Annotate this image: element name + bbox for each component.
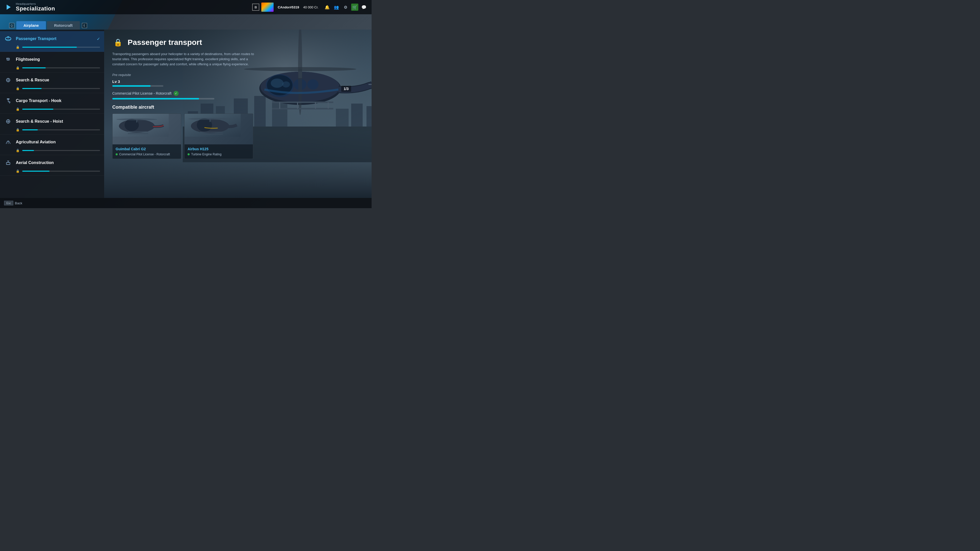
search-rescue-hoist-icon (4, 118, 12, 125)
progress-row-5: 🔒 (0, 148, 104, 155)
user-avatar (261, 3, 274, 12)
aircraft-card-1[interactable]: Airbus H125 Turbine Engine Rating (184, 114, 253, 159)
sidebar-item-search-rescue[interactable]: Search & Rescue 🔒 (0, 73, 104, 93)
passenger-transport-icon (4, 35, 12, 43)
prereq-cert-row: Commercial Pilot License - Rotorcraft ✓ (112, 91, 363, 96)
progress-fill-1 (22, 67, 46, 68)
nav-arrow (4, 3, 13, 12)
check-mark-0: ✓ (97, 37, 100, 41)
progress-fill-5 (22, 150, 34, 151)
cert-check-icon: ✓ (173, 91, 179, 96)
header-subtitle: Headquarters (16, 2, 55, 5)
sidebar-item-header-3: Cargo Transport - Hook (0, 93, 104, 106)
sidebar-item-flightseeing[interactable]: Flightseeing 🔒 (0, 52, 104, 73)
detail-title-row: 🔒 Passenger transport (112, 37, 363, 48)
tab-rotorcraft[interactable]: Rotorcraft (47, 21, 80, 30)
detail-title: Passenger transport (127, 38, 202, 47)
aircraft-info-0: Guimbal Cabri G2 Commercial Pilot Licens… (113, 144, 181, 159)
compatible-title: Compatible aircraft (112, 105, 363, 110)
aircraft-thumb-1 (185, 114, 253, 144)
esc-key: Esc (4, 201, 13, 205)
lock-icon-6: 🔒 (16, 169, 20, 173)
shop-icon[interactable]: 🛒 (351, 3, 358, 11)
detail-lock-icon: 🔒 (112, 37, 124, 48)
aircraft-name-0: Guimbal Cabri G2 (116, 147, 178, 151)
prereq-cert-label: Commercial Pilot License - Rotorcraft (112, 91, 172, 95)
aircraft-req-1: Turbine Engine Rating (188, 152, 250, 156)
sidebar-item-header-4: Search & Rescue - Hoist (0, 114, 104, 127)
compatible-section: Compatible aircraft (112, 105, 363, 159)
sidebar-label-0: Passenger Transport (16, 37, 56, 41)
prereq-level: Lv 3 (112, 79, 363, 84)
req-dot-0 (116, 153, 118, 156)
progress-row-4: 🔒 (0, 127, 104, 134)
settings-icon[interactable]: ⚙ (342, 3, 349, 11)
chat-icon[interactable]: 💬 (360, 3, 368, 11)
svg-point-14 (8, 121, 9, 122)
detail-content: 🔒 Passenger transport Transporting passe… (104, 30, 372, 198)
aircraft-info-1: Airbus H125 Turbine Engine Rating (185, 144, 253, 159)
aircraft-cards: Guimbal Cabri G2 Commercial Pilot Licens… (112, 114, 363, 159)
badge-b: B (252, 3, 259, 11)
sidebar-item-header-2: Search & Rescue (0, 73, 104, 86)
aircraft-card-0[interactable]: Guimbal Cabri G2 Commercial Pilot Licens… (112, 114, 181, 159)
search-rescue-icon (4, 76, 12, 84)
people-icon[interactable]: 👥 (333, 3, 340, 11)
svg-point-61 (188, 118, 232, 120)
progress-track-1 (22, 67, 100, 68)
progress-track-4 (22, 129, 100, 130)
bell-icon[interactable]: 🔔 (324, 3, 331, 11)
bottom-bar: Esc Back (0, 198, 372, 208)
tab-airplane[interactable]: Airplane (16, 21, 46, 30)
lock-icon-5: 🔒 (16, 149, 20, 152)
progress-track-6 (22, 171, 100, 171)
sidebar-label-6: Aerial Construction (16, 160, 54, 165)
progress-row-1: 🔒 (0, 65, 104, 72)
progress-fill-4 (22, 129, 38, 130)
sidebar-item-search-rescue-hoist[interactable]: Search & Rescue - Hoist 🔒 (0, 114, 104, 135)
tab-bar: Q Airplane Rotorcraft E (0, 14, 372, 30)
progress-row-3: 🔒 (0, 106, 104, 114)
sidebar-label-3: Cargo Transport - Hook (16, 98, 62, 103)
detail-panel: 1/3 🔒 Passenger transport Transporting p… (104, 30, 372, 198)
progress-row-0: 🔒 (0, 44, 104, 52)
svg-point-1 (5, 37, 11, 41)
prereq-label: Pre requisite (112, 73, 363, 77)
sidebar-label-5: Agricultural Aviation (16, 140, 56, 144)
sidebar-item-header-1: Flightseeing (0, 52, 104, 65)
page-indicator: 1/3 (341, 86, 351, 92)
aircraft-thumb-0 (113, 114, 181, 144)
sidebar-item-passenger-transport[interactable]: Passenger Transport ✓ 🔒 (0, 31, 104, 52)
lock-icon-1: 🔒 (16, 66, 20, 70)
svg-rect-6 (6, 58, 7, 59)
sidebar-label-1: Flightseeing (16, 57, 40, 62)
prereq-level-bar (112, 85, 163, 87)
sidebar-item-agricultural[interactable]: Agricultural Aviation 🔒 (0, 135, 104, 155)
progress-track-2 (22, 88, 100, 89)
sidebar-item-header-6: Aerial Construction (0, 155, 104, 168)
main-content: Q Airplane Rotorcraft E Passenger Transp… (0, 14, 372, 198)
lock-icon-3: 🔒 (16, 107, 20, 111)
sidebar-item-aerial-construction[interactable]: Aerial Construction 🔒 (0, 155, 104, 176)
cargo-hook-icon (4, 97, 12, 105)
header-title-block: Headquarters Specialization (16, 2, 55, 12)
svg-marker-0 (6, 5, 11, 10)
sidebar-label-2: Search & Rescue (16, 78, 49, 83)
progress-track-0 (22, 47, 100, 48)
progress-fill-0 (22, 47, 77, 48)
sidebar: Passenger Transport ✓ 🔒 Flightseeing (0, 30, 104, 198)
sidebar-item-header-0: Passenger Transport ✓ (0, 31, 104, 44)
content-row: Passenger Transport ✓ 🔒 Flightseeing (0, 30, 372, 198)
svg-point-54 (116, 118, 157, 121)
req-dot-1 (188, 153, 189, 156)
progress-track-5 (22, 150, 100, 151)
header-bar: Headquarters Specialization B CAndor#531… (0, 0, 372, 14)
progress-row-2: 🔒 (0, 86, 104, 93)
header-left: Headquarters Specialization (0, 2, 252, 12)
prereq-cert-bar (112, 98, 215, 100)
header-title: Specialization (16, 5, 55, 12)
detail-description: Transporting passengers aboard your heli… (112, 52, 260, 67)
sidebar-item-cargo-hook[interactable]: Cargo Transport - Hook 🔒 (0, 93, 104, 114)
progress-fill-2 (22, 88, 41, 89)
aerial-construction-icon (4, 159, 12, 167)
